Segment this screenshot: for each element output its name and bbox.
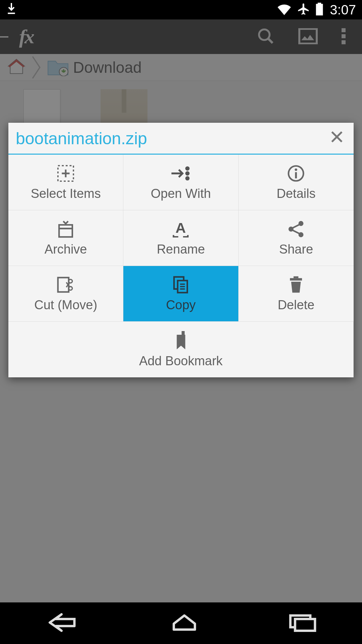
svg-rect-26 (58, 278, 69, 292)
svg-rect-40 (295, 619, 315, 631)
archive-icon (57, 219, 74, 239)
trash-icon (289, 275, 303, 294)
delete-button[interactable]: Delete (239, 266, 354, 322)
add-bookmark-button[interactable]: Add Bookmark (8, 322, 354, 377)
recent-apps-button[interactable] (288, 613, 318, 633)
bookmark-icon (174, 331, 188, 351)
svg-text:A: A (176, 221, 186, 236)
share-icon (287, 219, 305, 239)
download-indicator-icon (6, 3, 17, 17)
svg-rect-2 (318, 3, 321, 4)
status-bar: 3:07 (0, 0, 362, 19)
back-button[interactable] (44, 613, 81, 633)
close-icon[interactable] (329, 129, 344, 148)
airplane-mode-icon (297, 2, 310, 17)
svg-point-16 (295, 168, 297, 171)
battery-icon (316, 3, 323, 17)
home-button[interactable] (170, 613, 199, 633)
rename-button[interactable]: A Rename (123, 210, 238, 266)
copy-icon (172, 275, 189, 294)
info-icon (287, 164, 305, 183)
archive-button[interactable]: Archive (8, 210, 123, 266)
svg-rect-0 (8, 13, 15, 14)
open-with-button[interactable]: Open With (123, 155, 238, 210)
svg-rect-19 (59, 228, 72, 237)
select-items-button[interactable]: Select Items (8, 155, 123, 210)
svg-line-25 (293, 230, 299, 233)
select-items-icon (57, 164, 75, 183)
details-button[interactable]: Details (239, 155, 354, 210)
cut-button[interactable]: Cut (Move) (8, 266, 123, 322)
wifi-icon (277, 3, 292, 16)
open-with-icon (170, 164, 191, 183)
clock-time: 3:07 (330, 2, 356, 17)
dialog-title: bootanimation.zip (16, 129, 147, 148)
navigation-bar (0, 602, 362, 644)
copy-button[interactable]: Copy (123, 266, 238, 322)
cut-icon (56, 275, 75, 294)
rename-icon: A (171, 219, 191, 239)
svg-rect-36 (294, 276, 298, 278)
svg-point-14 (185, 176, 190, 180)
svg-point-12 (185, 166, 190, 171)
svg-point-13 (185, 171, 190, 176)
svg-rect-17 (295, 172, 297, 178)
svg-line-24 (293, 225, 299, 228)
svg-rect-1 (316, 4, 323, 15)
context-dialog: bootanimation.zip Select Items Open With… (8, 123, 354, 377)
svg-rect-37 (290, 278, 302, 280)
share-button[interactable]: Share (239, 210, 354, 266)
